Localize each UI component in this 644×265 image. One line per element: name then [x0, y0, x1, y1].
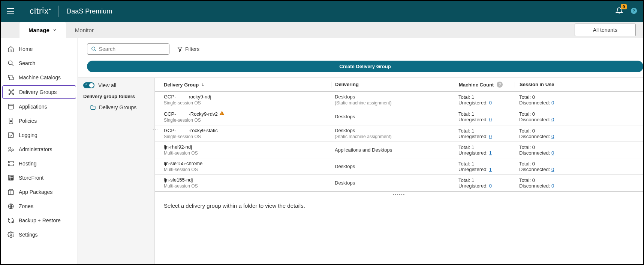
redacted-text	[176, 95, 189, 100]
sidebar-item-label: Applications	[19, 104, 47, 110]
disconnected-label: Disconnected:	[519, 134, 551, 139]
create-delivery-group-button[interactable]: Create Delivery Group	[87, 61, 643, 72]
svg-line-12	[11, 91, 13, 91]
sidebar-item-app-packages[interactable]: App Packages	[1, 185, 78, 199]
machine-total: Total: 1	[458, 94, 515, 100]
disconnected-link[interactable]: 0	[551, 100, 554, 106]
svg-marker-37	[178, 47, 182, 52]
tenants-label: All tenants	[593, 27, 617, 33]
unregistered-link[interactable]: 1	[489, 167, 492, 172]
sidebar-item-delivery-groups[interactable]: Delivery Groups	[2, 85, 76, 99]
unregistered-link[interactable]: 0	[489, 134, 492, 139]
os-type: Single-session OS	[164, 100, 331, 106]
disconnected-link[interactable]: 0	[551, 117, 554, 122]
unregistered-label: Unregistered:	[458, 134, 489, 139]
sidebar-item-logging[interactable]: Logging	[1, 128, 78, 142]
delivery-group-name: GCP--Rocky9-rdv2	[164, 110, 331, 117]
hamburger-icon[interactable]	[7, 8, 14, 14]
unregistered-label: Unregistered:	[458, 150, 489, 156]
search-icon	[7, 60, 14, 67]
session-total: Total: 0	[519, 161, 643, 167]
disconnected-label: Disconnected:	[519, 167, 551, 172]
drag-handle-icon[interactable]: ⋮	[153, 127, 159, 132]
sidebar-item-label: Policies	[19, 118, 37, 124]
main-panel: Filters Create Delivery Group View all D…	[78, 38, 643, 264]
svg-rect-30	[12, 179, 13, 180]
table-row[interactable]: GCP-rocky9-ndjSingle-session OSDesktops(…	[155, 92, 643, 108]
unregistered-label: Unregistered:	[458, 117, 489, 122]
col-header-machine-count[interactable]: Machine Count ?	[455, 82, 515, 88]
filters-button[interactable]: Filters	[177, 46, 199, 52]
delivering-value: Desktops	[335, 128, 455, 133]
unregistered-label: Unregistered:	[458, 100, 489, 106]
table-row[interactable]: GCP--rocky9-staticSingle-session OSDeskt…	[155, 125, 643, 142]
disconnected-link[interactable]: 0	[551, 150, 554, 156]
toolbar: Filters	[78, 38, 643, 58]
sidebar: Home Search Machine Catalogs Delivery Gr…	[1, 38, 78, 264]
help-button[interactable]: ?	[631, 7, 637, 15]
notifications-button[interactable]: 9	[616, 7, 623, 16]
svg-rect-39	[222, 112, 222, 114]
sidebar-item-home[interactable]: Home	[1, 42, 78, 56]
help-icon[interactable]: ?	[497, 82, 503, 88]
zones-icon	[7, 203, 14, 210]
svg-point-20	[9, 147, 11, 149]
unregistered-link[interactable]: 0	[489, 183, 492, 189]
folder-item-delivery-groups[interactable]: Delivery Groups	[83, 103, 149, 112]
unregistered-label: Unregistered:	[458, 183, 489, 189]
svg-rect-40	[222, 114, 222, 115]
col-header-delivering[interactable]: Delivering	[331, 82, 455, 88]
svg-point-25	[9, 165, 10, 165]
sidebar-item-hosting[interactable]: Hosting	[1, 156, 78, 171]
search-box[interactable]	[87, 43, 169, 55]
svg-point-2	[8, 61, 12, 65]
svg-rect-28	[12, 176, 13, 177]
sidebar-item-label: Backup + Restore	[19, 217, 61, 223]
svg-rect-15	[8, 104, 13, 109]
tenants-dropdown[interactable]: All tenants	[575, 24, 636, 36]
sidebar-item-machine-catalogs[interactable]: Machine Catalogs	[1, 70, 78, 85]
sidebar-item-administrators[interactable]: Administrators	[1, 142, 78, 156]
backup-icon	[7, 217, 14, 224]
tab-manage[interactable]: Manage	[19, 22, 66, 38]
search-icon	[91, 46, 97, 52]
view-all-toggle[interactable]	[83, 82, 94, 88]
session-total: Total: 0	[519, 128, 643, 134]
table-row[interactable]: GCP--Rocky9-rdv2Single-session OSDesktop…	[155, 108, 643, 125]
sidebar-item-policies[interactable]: Policies	[1, 114, 78, 128]
table-row[interactable]: ljn-sle155-chromeMulti-session OSDesktop…	[155, 158, 643, 175]
table-row[interactable]: ljn-rhel92-ndjMulti-session OSApplicatio…	[155, 142, 643, 158]
sidebar-item-search[interactable]: Search	[1, 56, 78, 70]
sidebar-item-label: Settings	[19, 232, 38, 238]
disconnected-link[interactable]: 0	[551, 134, 554, 139]
disconnected-link[interactable]: 0	[551, 167, 554, 172]
redacted-text	[176, 129, 189, 133]
col-header-session-in-use[interactable]: Session in Use	[515, 82, 643, 88]
disconnected-link[interactable]: 0	[551, 183, 554, 189]
os-type: Single-session OS	[164, 134, 331, 139]
delivery-group-name: ljn-sle155-ndj	[164, 177, 331, 183]
tab-bar: Manage Monitor All tenants	[1, 22, 643, 38]
help-icon: ?	[631, 7, 637, 14]
sidebar-item-label: Delivery Groups	[19, 89, 57, 95]
sidebar-item-settings[interactable]: Settings	[1, 228, 78, 242]
unregistered-link[interactable]: 0	[489, 117, 492, 122]
storefront-icon	[7, 174, 14, 181]
search-input[interactable]	[97, 45, 165, 53]
sidebar-item-applications[interactable]: Applications	[1, 100, 78, 114]
delivering-value: Desktops	[335, 94, 455, 100]
sidebar-item-backup-restore[interactable]: Backup + Restore	[1, 213, 78, 228]
os-type: Single-session OS	[164, 118, 331, 123]
sidebar-item-storefront[interactable]: StoreFront	[1, 171, 78, 185]
splitter-handle[interactable]: ••••••	[155, 191, 643, 197]
tab-monitor[interactable]: Monitor	[66, 22, 103, 38]
delivering-value: Applications and Desktops	[335, 147, 455, 153]
logging-icon	[7, 132, 14, 138]
table-row[interactable]: ljn-sle155-ndjMulti-session OSDesktopsTo…	[155, 175, 643, 191]
filter-icon	[177, 46, 183, 52]
col-header-delivery-group[interactable]: Delivery Group	[155, 82, 331, 88]
sidebar-item-zones[interactable]: Zones	[1, 199, 78, 213]
unregistered-link[interactable]: 1	[489, 150, 492, 156]
unregistered-link[interactable]: 0	[489, 100, 492, 106]
disconnected-label: Disconnected:	[519, 100, 551, 106]
